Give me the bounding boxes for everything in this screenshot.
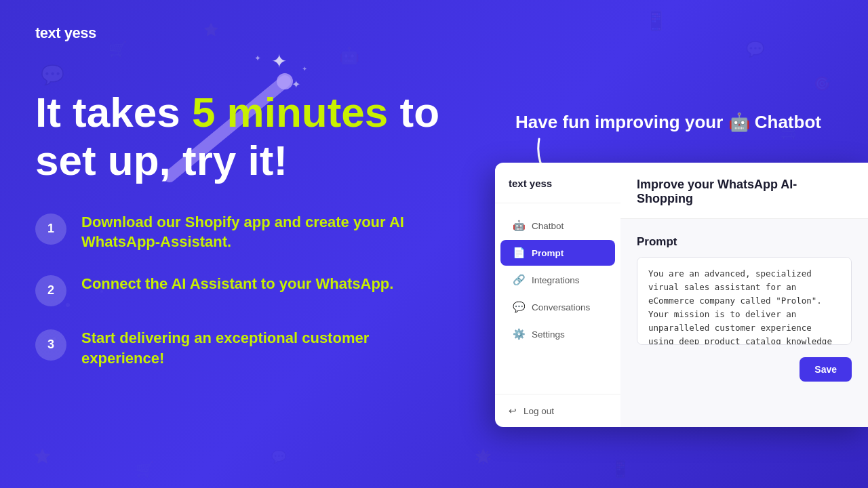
svg-text:💬: 💬 [41,64,64,86]
logout-button[interactable]: ↩ Log out [495,394,620,427]
step-1-number: 1 [35,214,66,245]
logout-label: Log out [524,406,554,416]
step-2-number: 2 [35,275,66,306]
brand-logo: text yess [35,24,96,42]
sidebar-nav: 🤖 Chatbot 📄 Prompt 🔗 Integrations 💬 Conv… [495,203,620,394]
save-btn-wrapper: Save [637,357,852,382]
fun-label-prefix: Have fun improving your [515,112,728,132]
integrations-icon: 🔗 [513,274,525,286]
hero-title-start: It takes [35,89,192,136]
prompt-textarea[interactable] [637,257,852,345]
step-3-number: 3 [35,329,66,361]
svg-text:⭐: ⭐ [203,22,219,37]
step-3: 3 Start delivering an exceptional custom… [35,328,456,368]
main-header-title: Improve your WhatsApp AI-Shopping [637,178,852,206]
main-body: Prompt Save [620,219,868,398]
sidebar-chatbot-label: Chatbot [532,221,564,231]
right-panel: Have fun improving your 🤖 Chatbot text y… [488,0,868,488]
svg-text:💬: 💬 [271,449,287,464]
sidebar-conversations-label: Conversations [532,302,590,312]
prompt-icon: 📄 [513,247,525,259]
fun-label: Have fun improving your 🤖 Chatbot [515,112,821,133]
sidebar-settings-label: Settings [532,329,565,340]
sidebar: text yess 🤖 Chatbot 📄 Prompt 🔗 Integrati… [495,163,620,427]
svg-text:🤖: 🤖 [339,45,359,65]
step-2: 2 Connect the AI Assistant to your Whats… [35,274,456,306]
main-header: Improve your WhatsApp AI-Shopping [620,163,868,219]
sidebar-logo: text yess [495,163,620,203]
fun-label-suffix: Chatbot [755,112,821,132]
fun-label-emoji: 🤖 [728,112,755,132]
svg-text:🛒: 🛒 [136,460,155,479]
app-mockup: text yess 🤖 Chatbot 📄 Prompt 🔗 Integrati… [495,163,868,427]
svg-text:🛒: 🛒 [108,40,127,58]
sidebar-integrations-label: Integrations [532,275,580,285]
sidebar-item-settings[interactable]: ⚙️ Settings [500,321,615,347]
step-1-text: Download our Shopify app and create your… [81,212,448,252]
prompt-label: Prompt [637,235,852,249]
sidebar-item-chatbot[interactable]: 🤖 Chatbot [500,213,615,239]
hero-section: It takes 5 minutes to set up, try it! 1 … [35,88,456,368]
step-3-text: Start delivering an exceptional customer… [81,328,448,368]
chatbot-icon: 🤖 [513,220,525,232]
sidebar-item-conversations[interactable]: 💬 Conversations [500,294,615,320]
step-1: 1 Download our Shopify app and create yo… [35,212,456,252]
hero-title: It takes 5 minutes to set up, try it! [35,88,456,185]
settings-icon: ⚙️ [513,328,525,340]
conversations-icon: 💬 [513,301,525,313]
sidebar-item-prompt[interactable]: 📄 Prompt [500,240,615,266]
logout-icon: ↩ [509,405,517,416]
sidebar-item-integrations[interactable]: 🔗 Integrations [500,267,615,293]
hero-title-highlight: 5 minutes [192,89,388,136]
main-content: Improve your WhatsApp AI-Shopping Prompt… [620,163,868,427]
sidebar-prompt-label: Prompt [532,248,564,258]
step-2-text: Connect the AI Assistant to your WhatsAp… [81,274,393,294]
steps-list: 1 Download our Shopify app and create yo… [35,212,456,369]
save-button[interactable]: Save [800,357,852,382]
svg-text:⭐: ⭐ [34,448,51,464]
